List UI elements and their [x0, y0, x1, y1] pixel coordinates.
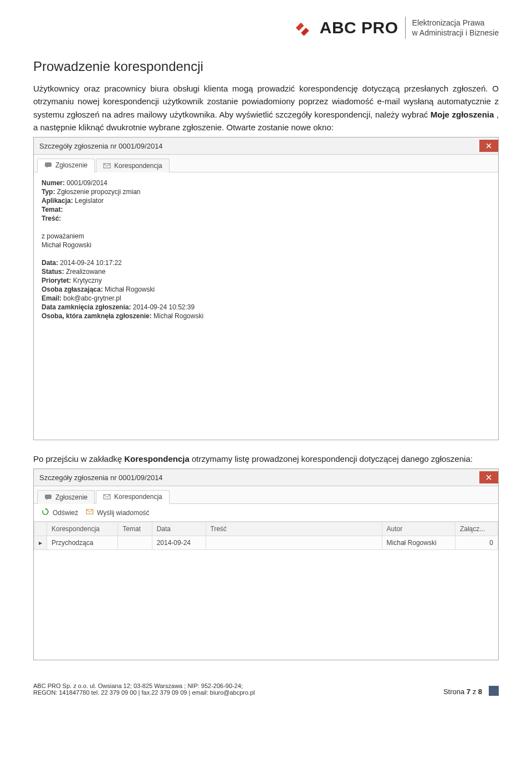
svg-rect-2 [45, 162, 52, 167]
refresh-label: Odśwież [53, 509, 78, 517]
lbl-aplikacja: Aplikacja: [42, 197, 73, 205]
cell-autor: Michał Rogowski [382, 536, 455, 550]
toolbar: Odśwież Wyślij wiadomość [34, 504, 498, 522]
cell-zalacz: 0 [455, 536, 498, 550]
col-tresc[interactable]: Treść [206, 522, 382, 536]
details-window-1: Szczegóły zgłoszenia nr 0001/09/2014 Zgł… [33, 137, 499, 440]
brand-tagline: Elektronizacja Prawa w Administracji i B… [412, 18, 499, 38]
window-titlebar: Szczegóły zgłoszenia nr 0001/09/2014 [34, 137, 498, 155]
send-label: Wyślij wiadomość [97, 509, 150, 517]
grid-pane: Korespondencja Temat Data Treść Autor Za… [34, 522, 498, 660]
lbl-tresc: Treść: [42, 215, 61, 222]
brand-block: ABC PRO Elektronizacja Prawa w Administr… [320, 17, 499, 39]
window-title: Szczegóły zgłoszenia nr 0001/09/2014 [39, 473, 163, 482]
tab-zgloszenie[interactable]: Zgłoszenie [37, 159, 95, 172]
col-data[interactable]: Data [152, 522, 206, 536]
tab-bar: Zgłoszenie Korespondencja [34, 486, 498, 504]
window-titlebar: Szczegóły zgłoszenia nr 0001/09/2014 [34, 469, 498, 486]
val-data-zamk: 2014-09-24 10:52:39 [133, 303, 195, 311]
col-korespondencja[interactable]: Korespondencja [47, 522, 118, 536]
window-title: Szczegóły zgłoszenia nr 0001/09/2014 [39, 142, 163, 150]
svg-marker-1 [301, 28, 309, 36]
brand-name: ABC PRO [320, 18, 398, 37]
divider [405, 17, 406, 39]
paragraph-2a: Po przejściu w zakładkę [33, 454, 124, 463]
val-osoba-zgl: Michał Rogowski [105, 286, 155, 293]
tab-bar: Zgłoszenie Korespondencja [34, 155, 498, 172]
send-icon [86, 508, 94, 517]
page-total: 8 [478, 687, 482, 696]
lbl-data-zamk: Data zamknięcia zgłoszenia: [42, 303, 131, 311]
envelope-icon [103, 162, 111, 169]
val-email: bok@abc-grytner.pl [63, 294, 121, 302]
speech-icon [44, 162, 52, 169]
page-word: Strona [443, 687, 467, 696]
speech-icon [44, 494, 52, 501]
col-zalacz[interactable]: Załącz... [455, 522, 498, 536]
footer-page: Strona 7 z 8 [443, 686, 499, 696]
lbl-temat: Temat: [42, 206, 63, 213]
svg-marker-0 [296, 23, 304, 31]
send-message-button[interactable]: Wyślij wiadomość [86, 508, 150, 517]
tab-korespondencja[interactable]: Korespondencja [96, 159, 170, 172]
details-pane: Numer: 0001/09/2014 Typ: Zgłoszenie prop… [34, 172, 498, 440]
footer-decor-icon [489, 686, 499, 696]
paragraph-2-bold: Korespondencja [124, 454, 190, 463]
lbl-data: Data: [42, 259, 58, 267]
paragraph-2: Po przejściu w zakładkę Korespondencja o… [33, 452, 499, 465]
lbl-osoba-zamk: Osoba, która zamknęła zgłoszenie: [42, 312, 152, 320]
lbl-osoba-zgl: Osoba zgłaszająca: [42, 286, 103, 293]
refresh-icon [42, 508, 49, 517]
correspondence-table: Korespondencja Temat Data Treść Autor Za… [34, 522, 498, 550]
lbl-numer: Numer: [42, 179, 65, 187]
val-aplikacja: Legislator [75, 197, 104, 205]
paragraph-1: Użytkownicy oraz pracownicy biura obsług… [33, 82, 499, 134]
tab-korespondencja-label: Korespondencja [114, 162, 162, 170]
tab-korespondencja-label: Korespondencja [114, 493, 162, 501]
table-row[interactable]: ▸ Przychodząca 2014-09-24 Michał Rogowsk… [34, 536, 498, 550]
row-selector-header [34, 522, 47, 536]
cell-temat [118, 536, 152, 550]
page-indicator: Strona 7 z 8 [443, 687, 482, 696]
close-button[interactable] [479, 471, 498, 483]
tab-korespondencja[interactable]: Korespondencja [96, 490, 170, 504]
page-footer: ABC PRO Sp. z o.o. ul. Owsiana 12; 03-82… [33, 682, 499, 696]
col-temat[interactable]: Temat [118, 522, 152, 536]
lbl-typ: Typ: [42, 188, 55, 196]
paragraph-2b: otrzymamy listę prowadzonej korespondenc… [192, 454, 473, 463]
paragraph-1a: Użytkownicy oraz pracownicy biura obsług… [33, 84, 499, 119]
refresh-button[interactable]: Odśwież [42, 508, 78, 517]
val-typ: Zgłoszenie propozycji zmian [57, 188, 141, 196]
lbl-status: Status: [42, 268, 64, 276]
details-window-2: Szczegóły zgłoszenia nr 0001/09/2014 Zgł… [33, 468, 499, 660]
brand-tagline-1: Elektronizacja Prawa [412, 18, 485, 27]
val-osoba-zamk: Michał Rogowski [154, 312, 203, 320]
close-button[interactable] [479, 140, 498, 152]
lbl-email: Email: [42, 294, 62, 302]
cell-kor: Przychodząca [47, 536, 118, 550]
footer-company: ABC PRO Sp. z o.o. ul. Owsiana 12; 03-82… [33, 682, 255, 696]
signoff-2: Michał Rogowski [42, 241, 91, 249]
paragraph-1-bold: Moje zgłoszenia [431, 110, 494, 119]
footer-line-2: REGON: 141847780 tel. 22 379 09 00 | fax… [33, 689, 255, 696]
tab-zgloszenie[interactable]: Zgłoszenie [37, 490, 95, 504]
col-autor[interactable]: Autor [382, 522, 455, 536]
tab-zgloszenie-label: Zgłoszenie [55, 493, 88, 501]
page-current: 7 [467, 687, 470, 696]
val-numer: 0001/09/2014 [66, 179, 107, 187]
envelope-icon [103, 493, 111, 500]
lbl-priorytet: Priorytet: [42, 277, 71, 284]
val-priorytet: Krytyczny [73, 277, 102, 284]
val-status: Zrealizowane [66, 268, 105, 276]
table-header-row: Korespondencja Temat Data Treść Autor Za… [34, 522, 498, 536]
brand-icon [289, 16, 313, 40]
signoff-1: z poważaniem [42, 232, 84, 240]
section-title: Prowadzenie korespondencji [33, 59, 499, 74]
page-header: ABC PRO Elektronizacja Prawa w Administr… [33, 16, 499, 40]
footer-line-1: ABC PRO Sp. z o.o. ul. Owsiana 12; 03-82… [33, 682, 255, 689]
val-data: 2014-09-24 10:17:22 [60, 259, 121, 267]
brand-tagline-2: w Administracji i Biznesie [412, 28, 499, 37]
row-indicator: ▸ [34, 536, 47, 550]
page-of: z [470, 687, 478, 696]
cell-tresc [206, 536, 382, 550]
